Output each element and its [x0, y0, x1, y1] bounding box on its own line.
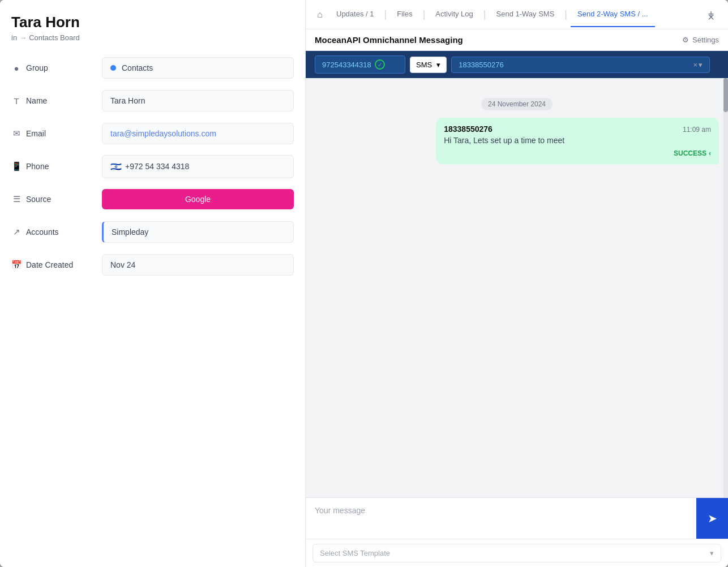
- message-input[interactable]: [306, 498, 696, 539]
- field-value-email[interactable]: tara@simpledaysolutions.com: [102, 123, 294, 144]
- tabs-bar: ⌂ Updates / 1 | Files | Activity Log | S…: [306, 0, 728, 29]
- field-value-name[interactable]: Tara Horn: [102, 90, 294, 111]
- to-phone-number[interactable]: 18338550276 × ▾: [451, 57, 710, 73]
- field-accounts: ↗ Accounts Simpleday: [11, 220, 294, 244]
- field-label-name: T Name: [11, 96, 102, 106]
- contact-modal: Tara Horn in → Contacts Board ● Group Co…: [0, 0, 728, 567]
- tab-divider-4: |: [564, 8, 567, 20]
- send-button[interactable]: ➤: [696, 498, 728, 539]
- field-email: ✉ Email tara@simpledaysolutions.com: [11, 121, 294, 146]
- tab-divider-2: |: [423, 8, 426, 20]
- field-group: ● Group Contacts: [11, 55, 294, 80]
- field-value-date[interactable]: Nov 24: [102, 254, 294, 276]
- field-label-phone: 📱 Phone: [11, 161, 102, 171]
- breadcrumb: in → Contacts Board: [11, 33, 294, 42]
- breadcrumb-prefix: in: [11, 33, 17, 42]
- template-select[interactable]: Select SMS Template ▾: [312, 544, 721, 562]
- template-row: Select SMS Template ▾: [306, 539, 728, 567]
- contact-name: Tara Horn: [11, 14, 294, 31]
- tab-divider-1: |: [384, 8, 387, 20]
- scroll-track[interactable]: [723, 78, 728, 497]
- phone-row: 972543344318 ✓ SMS ▾ 18338550276 × ▾: [306, 51, 728, 78]
- send-icon: ➤: [708, 512, 717, 525]
- field-value-accounts[interactable]: Simpleday: [102, 221, 294, 243]
- email-icon: ✉: [11, 128, 22, 139]
- breadcrumb-board: Contacts Board: [29, 33, 80, 42]
- field-value-source[interactable]: Google: [102, 189, 294, 209]
- close-button[interactable]: ×: [703, 9, 719, 25]
- name-icon: T: [11, 96, 22, 106]
- right-panel: × ⌂ Updates / 1 | Files | Activity Log |…: [306, 0, 728, 567]
- message-sender: 18338550276 11:09 am: [444, 124, 711, 134]
- field-label-email: ✉ Email: [11, 128, 102, 139]
- group-dot: [110, 65, 116, 71]
- tab-divider-3: |: [483, 8, 486, 20]
- settings-button[interactable]: ⚙ Settings: [682, 36, 719, 44]
- close-number-icon: ×: [693, 61, 697, 69]
- expand-icon: ▾: [699, 61, 703, 69]
- date-icon: 📅: [11, 260, 22, 270]
- checkmark-icon: ‹: [709, 149, 711, 157]
- field-label-group: ● Group: [11, 63, 102, 73]
- home-icon: ⌂: [315, 10, 325, 20]
- messaging-title: MoceanAPI Omnichannel Messaging: [315, 35, 463, 45]
- message-time: 11:09 am: [683, 126, 711, 134]
- message-input-row: ➤: [306, 498, 728, 539]
- tab-files[interactable]: Files: [390, 2, 419, 27]
- breadcrumb-arrow: →: [19, 33, 27, 42]
- flag-icon: 🇮🇱: [110, 161, 122, 172]
- field-name: T Name Tara Horn: [11, 88, 294, 113]
- tab-sms1[interactable]: Send 1-Way SMS: [490, 2, 562, 27]
- field-value-phone[interactable]: 🇮🇱 +972 54 334 4318: [102, 155, 294, 178]
- contact-header: Tara Horn in → Contacts Board: [11, 14, 294, 42]
- group-icon: ●: [11, 63, 22, 73]
- field-value-group[interactable]: Contacts: [102, 57, 294, 79]
- tab-activity[interactable]: Activity Log: [429, 2, 479, 27]
- date-divider: 24 November 2024: [315, 98, 719, 109]
- field-label-date: 📅 Date Created: [11, 260, 102, 270]
- gear-icon: ⚙: [682, 36, 689, 44]
- source-icon: ☰: [11, 194, 22, 204]
- field-label-source: ☰ Source: [11, 194, 102, 204]
- tab-updates[interactable]: Updates / 1: [329, 2, 381, 27]
- scroll-thumb[interactable]: [723, 78, 728, 112]
- messaging-header: MoceanAPI Omnichannel Messaging ⚙ Settin…: [306, 29, 728, 51]
- tab-sms2[interactable]: Send 2-Way SMS / ...: [571, 2, 655, 27]
- chevron-down-icon: ▾: [436, 61, 440, 69]
- from-phone-chip[interactable]: 972543344318 ✓: [315, 55, 405, 74]
- sms-type-select[interactable]: SMS ▾: [410, 57, 447, 73]
- field-date-created: 📅 Date Created Nov 24: [11, 252, 294, 277]
- template-chevron-icon: ▾: [710, 549, 714, 557]
- messages-area[interactable]: 24 November 2024 18338550276 11:09 am Hi…: [306, 78, 728, 497]
- accounts-icon: ↗: [11, 227, 22, 237]
- left-panel: Tara Horn in → Contacts Board ● Group Co…: [0, 0, 306, 567]
- phone-icon: 📱: [11, 161, 22, 171]
- message-text: Hi Tara, Lets set up a time to meet: [444, 136, 711, 145]
- field-phone: 📱 Phone 🇮🇱 +972 54 334 4318: [11, 154, 294, 179]
- verified-icon: ✓: [375, 59, 385, 70]
- field-label-accounts: ↗ Accounts: [11, 227, 102, 237]
- input-area: ➤ Select SMS Template ▾: [306, 497, 728, 567]
- message-bubble: 18338550276 11:09 am Hi Tara, Lets set u…: [436, 118, 719, 164]
- field-source: ☰ Source Google: [11, 187, 294, 212]
- message-status: SUCCESS ‹: [444, 149, 711, 157]
